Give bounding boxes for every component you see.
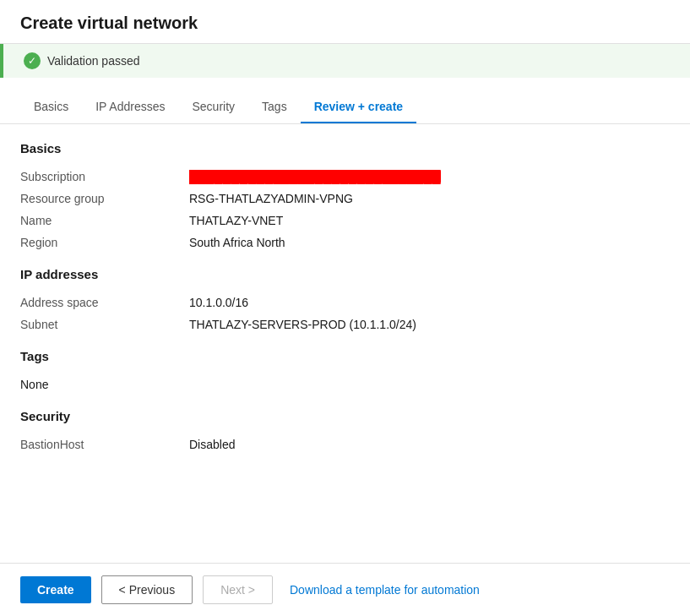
field-resource-group: Resource group RSG-THATLAZYADMIN-VPNG <box>20 188 670 210</box>
next-button: Next > <box>203 575 273 604</box>
previous-button[interactable]: < Previous <box>101 575 193 604</box>
field-value-name: THATLAZY-VNET <box>189 214 283 227</box>
security-section: Security BastionHost Disabled <box>20 409 670 455</box>
field-region: Region South Africa North <box>20 232 670 253</box>
field-subnet: Subnet THATLAZY-SERVERS-PROD (10.1.1.0/2… <box>20 313 670 335</box>
field-label-subscription: Subscription <box>20 170 189 183</box>
tab-basics[interactable]: Basics <box>20 91 82 123</box>
ip-addresses-section-title: IP addresses <box>20 267 670 281</box>
basics-section: Basics Subscription ████████████████████… <box>20 141 670 253</box>
main-content: Basics Subscription ████████████████████… <box>0 124 690 563</box>
field-value-bastion-host: Disabled <box>189 438 235 451</box>
field-bastion-host: BastionHost Disabled <box>20 433 670 455</box>
field-label-resource-group: Resource group <box>20 192 189 205</box>
field-address-space: Address space 10.1.0.0/16 <box>20 292 670 313</box>
field-value-address-space: 10.1.0.0/16 <box>189 296 248 309</box>
field-label-subnet: Subnet <box>20 318 189 331</box>
page-title: Create virtual network <box>20 14 670 33</box>
field-value-resource-group: RSG-THATLAZYADMIN-VPNG <box>189 192 353 205</box>
field-subscription: Subscription ███████████████████████████… <box>20 166 670 188</box>
ip-addresses-section: IP addresses Address space 10.1.0.0/16 S… <box>20 267 670 335</box>
field-label-bastion-host: BastionHost <box>20 438 189 451</box>
field-tags-none: None <box>20 373 670 395</box>
page-header: Create virtual network <box>0 0 690 44</box>
field-value-region: South Africa North <box>189 236 285 249</box>
tab-bar: Basics IP Addresses Security Tags Review… <box>0 91 690 124</box>
field-value-subnet: THATLAZY-SERVERS-PROD (10.1.1.0/24) <box>189 318 416 331</box>
tab-security[interactable]: Security <box>178 91 248 123</box>
field-value-subscription: ██████████████████████████████ <box>189 170 441 183</box>
tab-review-create[interactable]: Review + create <box>301 91 416 123</box>
field-label-address-space: Address space <box>20 296 189 309</box>
page-container: Create virtual network ✓ Validation pass… <box>0 0 690 616</box>
tags-section: Tags None <box>20 349 670 395</box>
field-name: Name THATLAZY-VNET <box>20 210 670 232</box>
basics-section-title: Basics <box>20 141 670 155</box>
tags-section-title: Tags <box>20 349 670 363</box>
create-button[interactable]: Create <box>20 576 91 603</box>
tab-tags[interactable]: Tags <box>248 91 301 123</box>
validation-bar: ✓ Validation passed <box>0 44 690 78</box>
tab-ip-addresses[interactable]: IP Addresses <box>82 91 178 123</box>
field-label-name: Name <box>20 214 189 227</box>
validation-message: Validation passed <box>47 54 139 68</box>
security-section-title: Security <box>20 409 670 423</box>
footer: Create < Previous Next > Download a temp… <box>0 563 690 616</box>
field-value-tags: None <box>20 378 48 391</box>
field-label-region: Region <box>20 236 189 249</box>
validation-icon: ✓ <box>24 52 41 69</box>
automation-link[interactable]: Download a template for automation <box>290 583 480 597</box>
